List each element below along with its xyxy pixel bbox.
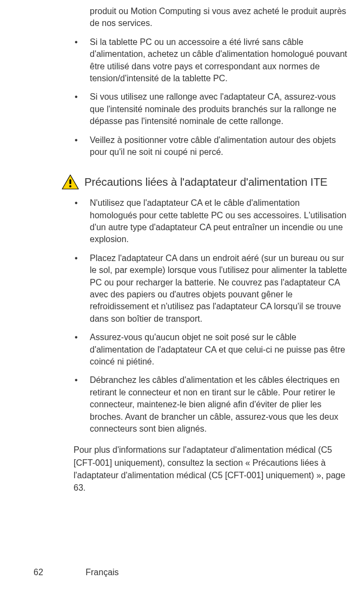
section-bullet-list: N'utilisez que l'adaptateur CA et le câb… <box>74 197 348 435</box>
list-item: Placez l'adaptateur CA dans un endroit a… <box>74 252 348 325</box>
list-item: N'utilisez que l'adaptateur CA et le câb… <box>74 197 348 246</box>
list-item: Si la tablette PC ou un accessoire a été… <box>74 36 348 85</box>
page-footer: 62 Français <box>34 568 336 577</box>
section-heading: Précautions liées à l'adaptateur d'alime… <box>84 175 327 188</box>
list-item: Veillez à positionner votre câble d'alim… <box>74 134 348 159</box>
document-page: produit ou Motion Computing si vous avez… <box>0 0 364 599</box>
list-item: Débranchez les câbles d'alimentation et … <box>74 374 348 435</box>
closing-paragraph: Pour plus d'informations sur l'adaptateu… <box>74 444 348 494</box>
list-item: Si vous utilisez une rallonge avec l'ada… <box>74 91 348 127</box>
continuation-paragraph: produit ou Motion Computing si vous avez… <box>74 5 348 30</box>
section-heading-row: Précautions liées à l'adaptateur d'alime… <box>62 174 348 190</box>
top-bullet-list: Si la tablette PC ou un accessoire a été… <box>74 36 348 159</box>
page-number: 62 <box>34 568 43 577</box>
list-item: Assurez-vous qu'aucun objet ne soit posé… <box>74 331 348 368</box>
svg-point-2 <box>69 185 71 187</box>
body-content: produit ou Motion Computing si vous avez… <box>34 5 348 494</box>
footer-language: Français <box>85 568 118 577</box>
warning-icon <box>62 174 79 190</box>
svg-rect-1 <box>69 179 71 184</box>
